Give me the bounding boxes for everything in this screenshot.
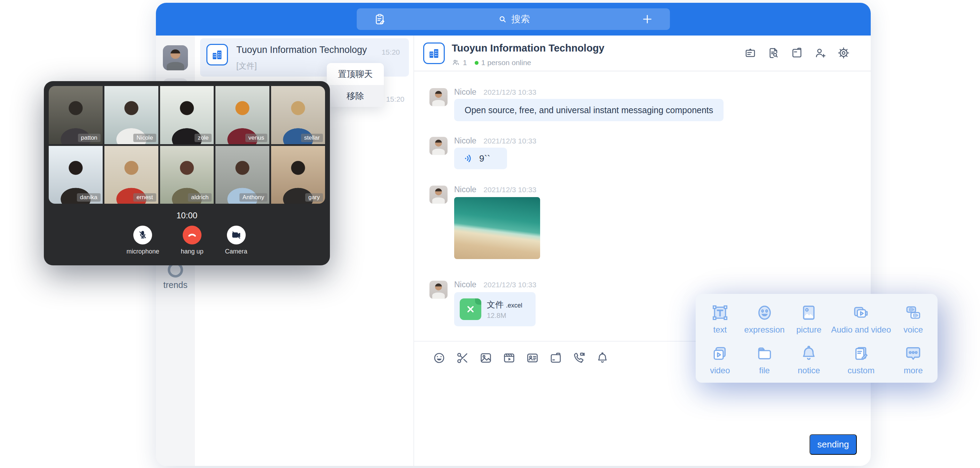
popup-item-label: expression [745,325,785,335]
participant-tile: gary [271,146,325,204]
file-bubble[interactable]: 文件 .excel 12.8M [454,292,536,326]
call-controls: microphone hang up Camera [44,226,330,255]
file-name: 文件 .excel [487,299,522,310]
text-bubble[interactable]: Open source, free, and universal instant… [454,99,724,121]
search-bar[interactable]: 搜索 [357,8,670,30]
chat-title: Tuoyun Information Technology [452,43,605,54]
message-type-popup: text expression picture Audio and video [696,294,937,383]
camera-muted-icon [227,226,246,244]
voice-wave-icon [463,153,474,164]
participant-grid: patton Nicole zole venus stellar danika … [49,86,325,204]
participant-name: gary [305,193,323,201]
conversation-context-menu: 置顶聊天 移除 [327,63,384,107]
participant-tile: zole [160,86,214,144]
participant-name: patton [78,134,100,142]
group-call-window[interactable]: patton Nicole zole venus stellar danika … [44,81,330,265]
notification-bell-icon[interactable] [596,351,609,364]
voice-bubble[interactable]: 9`` [454,148,507,169]
microphone-label: microphone [126,248,159,255]
participant-tile: stellar [271,86,325,144]
menu-item-remove[interactable]: 移除 [327,85,384,107]
hang-up-button[interactable]: hang up [181,226,203,255]
message-meta: Nicole 2021/12/3 10:33 [454,280,536,289]
sender-name: Nicole [454,185,476,194]
notes-icon[interactable] [374,13,386,26]
video-clip-icon[interactable] [503,351,516,364]
my-avatar[interactable] [163,45,188,70]
avatar[interactable] [430,281,447,299]
participant-tile: ernest [104,146,158,204]
popup-item-video[interactable]: video [698,340,742,380]
search-input[interactable]: 搜索 [386,13,641,26]
online-dot [475,61,479,65]
menu-item-pin[interactable]: 置顶聊天 [327,63,384,85]
conversation-time: 15:20 [382,48,400,56]
participant-tile: venus [215,86,269,144]
participant-tile: Nicole [104,86,158,144]
popup-item-audio-video[interactable]: Audio and video [831,299,891,340]
chat-history-search-icon[interactable] [767,47,780,59]
popup-item-label: file [759,366,770,375]
screenshot-scissors-icon[interactable] [456,351,469,364]
participant-tile: Anthony [215,146,269,204]
participant-tile: danika [49,146,103,204]
file-icon[interactable] [791,47,803,59]
popup-item-label: custom [848,366,875,375]
message-meta: Nicole 2021/12/3 10:33 [454,136,536,145]
participant-name: venus [245,134,267,142]
popup-item-text[interactable]: text [698,299,742,340]
excel-file-icon [460,299,481,320]
participant-name: stellar [301,134,323,142]
participant-tile: aldrich [160,146,214,204]
add-member-icon[interactable] [814,47,827,59]
participant-name: ernest [133,193,156,201]
image-attachment[interactable] [454,197,540,259]
sender-name: Nicole [454,136,476,145]
popup-item-label: video [710,366,730,375]
participant-tile: patton [49,86,103,144]
popup-item-label: voice [904,325,923,335]
camera-button[interactable]: Camera [225,226,247,255]
send-button[interactable]: sending [810,434,857,455]
image-icon[interactable] [479,351,492,364]
plus-icon[interactable] [641,13,653,25]
online-status: 1 person online [481,59,531,67]
popup-item-more[interactable]: more [891,340,935,380]
message-meta: Nicole 2021/12/3 10:33 [454,185,536,194]
camera-label: Camera [225,248,247,255]
message-time: 2021/12/3 10:33 [484,185,536,193]
popup-item-custom[interactable]: custom [831,340,891,380]
microphone-button[interactable]: microphone [126,226,159,255]
popup-item-label: text [713,325,727,335]
top-bar: 搜索 [156,3,871,35]
member-count: 1 [463,59,467,67]
chat-panel: Tuoyun Information Technology 1 1 person… [414,35,871,466]
message-time: 2021/12/3 10:33 [484,281,536,289]
avatar[interactable] [430,185,447,204]
folder-icon[interactable] [549,351,562,364]
popup-item-label: picture [796,325,821,335]
conversation-time-2: 15:20 [386,95,404,104]
popup-item-file[interactable]: file [742,340,787,380]
settings-icon[interactable] [837,47,850,59]
group-building-icon [423,43,445,64]
video-call-icon[interactable] [573,351,586,364]
message-meta: Nicole 2021/12/3 10:33 [454,88,536,97]
hang-up-label: hang up [181,248,203,255]
participant-name: zole [194,134,212,142]
trends-label[interactable]: trends [156,280,195,290]
message-time: 2021/12/3 10:33 [484,88,536,96]
board-icon[interactable] [744,47,757,59]
avatar[interactable] [430,137,447,155]
file-ext: .excel [506,302,522,309]
popup-item-label: Audio and video [831,325,891,335]
conversation-title: Tuoyun Information Technology [236,45,367,55]
popup-item-voice[interactable]: voice [891,299,935,340]
popup-item-notice[interactable]: notice [786,340,831,380]
search-icon [497,14,508,24]
contact-card-icon[interactable] [526,351,539,364]
popup-item-expression[interactable]: expression [742,299,787,340]
emoji-icon[interactable] [433,351,446,364]
popup-item-picture[interactable]: picture [786,299,831,340]
avatar[interactable] [430,88,447,106]
